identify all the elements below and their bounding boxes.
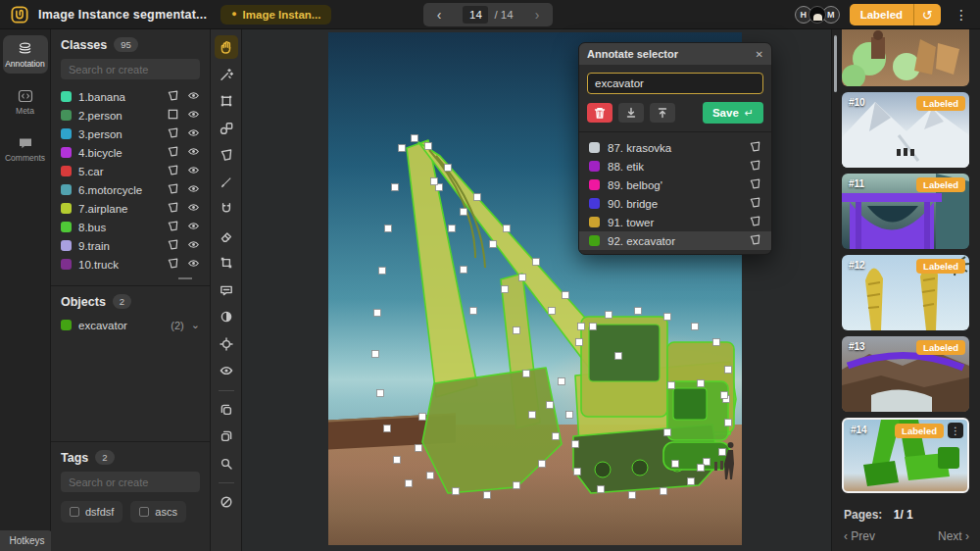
visibility-eye-icon[interactable]	[187, 181, 200, 199]
thumbnail-10[interactable]: #10 Labeled	[842, 92, 969, 168]
more-menu-icon[interactable]: ⋮	[951, 7, 972, 23]
tag-chip-ascs[interactable]: ascs	[130, 501, 186, 523]
visibility-eye-icon[interactable]	[187, 200, 200, 218]
visibility-eye-icon[interactable]	[187, 107, 200, 125]
visibility-eye-icon[interactable]	[187, 237, 200, 255]
class-row[interactable]: 3.person	[61, 125, 200, 143]
nav-item-meta[interactable]: Meta	[3, 83, 48, 121]
visibility-eye-icon[interactable]	[187, 256, 200, 274]
brush-tool-button[interactable]	[215, 171, 238, 194]
visibility-eye-icon[interactable]	[187, 88, 200, 106]
popup-header[interactable]: Annotate selector ✕	[579, 43, 771, 65]
save-button[interactable]: Save ↵	[703, 102, 763, 124]
labeled-button[interactable]: Labeled ↺	[850, 4, 941, 25]
thumbnail-12[interactable]: #12 Labeled	[842, 255, 969, 330]
save-button-label: Save	[712, 107, 739, 119]
move-up-button[interactable]	[650, 103, 675, 123]
bring-forward-tool-button[interactable]	[215, 425, 238, 448]
chevron-down-icon[interactable]: ⌄	[191, 319, 200, 331]
class-row[interactable]: 7.airplane	[61, 199, 200, 218]
toolbar-divider	[219, 482, 234, 483]
visibility-eye-icon[interactable]	[187, 125, 200, 143]
checkbox-icon[interactable]	[70, 507, 79, 517]
magnet-lasso-tool-button[interactable]	[215, 197, 238, 221]
annotation-layers-icon	[17, 41, 33, 56]
class-row[interactable]: 8.bus	[61, 218, 200, 236]
class-name-input[interactable]	[587, 73, 763, 94]
shapes-tool-button[interactable]	[215, 117, 238, 140]
toolbar-divider	[219, 390, 234, 391]
app-logo-icon[interactable]	[11, 6, 28, 24]
thumbnail-9[interactable]	[842, 29, 969, 86]
avatar-photo[interactable]	[808, 6, 826, 24]
move-down-button[interactable]	[618, 103, 644, 123]
comment-tool-button[interactable]	[215, 278, 238, 302]
visibility-eye-icon[interactable]	[187, 144, 200, 162]
enter-key-icon: ↵	[745, 107, 754, 120]
popup-class-row[interactable]: 91. tower	[579, 213, 771, 231]
class-row[interactable]: 4.bicycle	[61, 143, 200, 162]
bring-backward-tool-button[interactable]	[215, 398, 238, 422]
class-row[interactable]: 6.motorcycle	[61, 180, 200, 199]
arrow-up-from-line-icon	[657, 107, 668, 119]
popup-class-row[interactable]: 92. excavator	[579, 231, 771, 250]
visibility-eye-icon[interactable]	[187, 219, 200, 236]
nav-item-annotation[interactable]: Annotation	[3, 35, 48, 74]
class-row[interactable]: 1.banana	[61, 87, 200, 106]
tag-label: ascs	[155, 506, 177, 518]
point-crosshair-tool-button[interactable]	[215, 332, 238, 356]
thumbnail-13[interactable]: #13 Labeled	[842, 336, 969, 412]
labeled-badge: Labeled	[916, 340, 965, 355]
nav-item-comments[interactable]: Comments	[3, 130, 48, 168]
labeled-badge: Labeled	[916, 259, 965, 274]
mask-opacity-tool-button[interactable]	[215, 305, 238, 328]
delete-class-button[interactable]	[587, 103, 612, 123]
thumbnail-14-selected[interactable]: #14 Labeled ⋮	[842, 418, 969, 493]
class-row[interactable]: 2.person	[61, 106, 200, 125]
classes-search-input[interactable]	[61, 59, 200, 79]
prev-image-arrow[interactable]: ‹	[433, 8, 445, 22]
checkbox-icon[interactable]	[139, 507, 149, 517]
smart-wand-tool-button[interactable]	[215, 63, 238, 86]
page-number-input[interactable]: 14	[463, 6, 488, 24]
pan-hand-tool-button[interactable]	[215, 35, 238, 59]
tag-chip-dsfdsf[interactable]: dsfdsf	[61, 501, 122, 523]
nav-label-comments: Comments	[5, 153, 45, 163]
prev-page-button[interactable]: ‹ Prev	[844, 529, 875, 543]
job-tab[interactable]: ● Image Instan...	[220, 5, 331, 25]
list-scroll-dash	[178, 277, 192, 279]
class-row[interactable]: 9.train	[61, 236, 200, 255]
transform-tool-button[interactable]	[215, 251, 238, 275]
object-row-excavator[interactable]: excavator (2) ⌄	[61, 316, 200, 334]
popup-class-row[interactable]: 87. krasovka	[579, 138, 771, 157]
history-icon[interactable]: ↺	[914, 4, 941, 25]
polygon-tool-icon	[219, 147, 234, 163]
thumbnail-id: #13	[849, 341, 865, 352]
zoom-tool-button[interactable]	[215, 452, 238, 476]
visibility-tool-button[interactable]	[215, 359, 238, 382]
popup-class-row[interactable]: 89. belbog'	[579, 175, 771, 194]
popup-class-row[interactable]: 90. bridge	[579, 194, 771, 213]
class-row[interactable]: 5.car	[61, 162, 200, 180]
bbox-tool-button[interactable]	[215, 89, 238, 113]
hotkeys-button[interactable]: Hotkeys	[0, 530, 54, 551]
visibility-eye-icon[interactable]	[187, 163, 200, 180]
pages-value: 1/ 1	[894, 508, 913, 522]
gallery-scrollbar[interactable]	[834, 35, 837, 92]
pages-label: Pages:	[844, 508, 882, 522]
polygon-tool-button[interactable]	[215, 143, 238, 167]
popup-class-row[interactable]: 88. etik	[579, 157, 771, 175]
restricted-tool-button[interactable]	[215, 490, 238, 514]
gallery-sidebar: #10 Labeled #11 Labeled #12 Labeled	[831, 29, 980, 551]
eraser-tool-button[interactable]	[215, 225, 238, 248]
thumbnail-menu-icon[interactable]: ⋮	[948, 423, 963, 438]
next-image-arrow[interactable]: ›	[531, 8, 543, 22]
class-row[interactable]: 10.truck	[61, 255, 200, 274]
thumbnail-id: #11	[849, 178, 864, 189]
thumbnail-11[interactable]: #11 Labeled	[842, 174, 969, 249]
point-crosshair-tool-icon	[219, 336, 234, 352]
next-page-button[interactable]: Next ›	[938, 529, 969, 543]
tags-search-input[interactable]	[61, 472, 200, 492]
close-icon[interactable]: ✕	[756, 49, 763, 60]
class-name: 1.banana	[78, 91, 160, 103]
